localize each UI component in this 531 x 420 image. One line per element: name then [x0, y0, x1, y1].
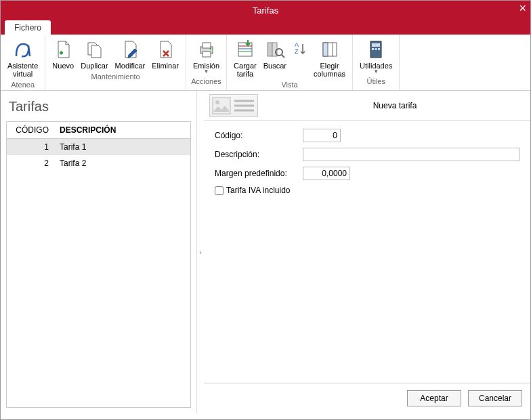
detail-form: Código: Descripción: Margen predefinido:…	[204, 121, 530, 209]
codigo-label: Código:	[215, 131, 303, 140]
titlebar: Tarifas ×	[1, 1, 530, 20]
footer: Aceptar Cancelar	[204, 383, 530, 413]
cell-code: 1	[7, 139, 54, 156]
btn-label: Modificar	[115, 62, 146, 70]
window-title: Tarifas	[1, 5, 530, 16]
margen-input[interactable]	[303, 167, 350, 180]
print-icon	[196, 39, 217, 60]
chevron-down-icon: ▼	[373, 68, 379, 75]
load-icon	[234, 39, 256, 60]
svg-rect-2	[203, 51, 211, 57]
sort-button[interactable]: AZ	[291, 37, 310, 62]
ribbon: Asistentevirtual Atenea Nuevo Duplicar	[1, 35, 530, 91]
page-title: Tarifas	[9, 99, 188, 114]
nuevo-button[interactable]: Nuevo	[49, 37, 77, 71]
close-icon[interactable]: ×	[519, 2, 526, 14]
delete-icon	[154, 39, 176, 60]
descripcion-label: Descripción:	[215, 150, 303, 159]
codigo-input[interactable]	[303, 129, 341, 142]
iva-checkbox[interactable]	[215, 186, 224, 195]
search-icon	[264, 39, 286, 60]
tabstrip: Fichero	[1, 20, 530, 35]
tarifas-grid[interactable]: CÓDIGO DESCRIPCIÓN 1Tarifa 12Tarifa 2	[6, 121, 191, 408]
modificar-button[interactable]: Modificar	[112, 37, 148, 71]
btn-label: Duplicar	[81, 62, 108, 70]
svg-rect-18	[372, 43, 380, 47]
svg-rect-15	[323, 43, 328, 56]
emision-button[interactable]: Emisión ▼	[190, 37, 222, 76]
btn-label: Buscar	[263, 62, 286, 70]
cell-desc: Tarifa 1	[54, 139, 190, 156]
duplicate-icon	[83, 39, 105, 60]
btn-label: Nuevo	[52, 62, 74, 70]
table-row[interactable]: 1Tarifa 1	[7, 139, 190, 156]
svg-rect-1	[203, 43, 211, 48]
edit-icon	[119, 39, 141, 60]
calculator-icon	[365, 39, 387, 60]
group-caption: Acciones	[190, 77, 222, 85]
asistente-virtual-button[interactable]: Asistentevirtual	[5, 37, 41, 79]
new-doc-icon	[52, 39, 74, 60]
detail-header: Nueva tarifa	[204, 91, 530, 121]
svg-text:Z: Z	[295, 48, 299, 55]
group-caption: Vista	[231, 81, 348, 89]
cell-code: 2	[7, 155, 54, 171]
col-descripcion[interactable]: DESCRIPCIÓN	[54, 122, 190, 139]
svg-text:A: A	[295, 41, 299, 48]
iva-label: Tarifa IVA incluido	[226, 186, 291, 195]
thumbnail-icon	[209, 94, 258, 117]
right-panel: Nueva tarifa Código: Descripción: Margen…	[204, 91, 530, 413]
duplicar-button[interactable]: Duplicar	[78, 37, 110, 71]
svg-rect-21	[378, 48, 380, 50]
alpha-icon	[12, 39, 34, 60]
left-panel: Tarifas CÓDIGO DESCRIPCIÓN 1Tarifa 12Tar…	[1, 91, 197, 413]
descripcion-input[interactable]	[303, 148, 519, 161]
splitter-handle[interactable]: ›	[197, 91, 204, 413]
margen-label: Margen predefinido:	[215, 169, 303, 178]
svg-line-11	[282, 55, 284, 58]
svg-rect-20	[375, 48, 377, 50]
group-caption: Atenea	[5, 81, 41, 89]
table-row[interactable]: 2Tarifa 2	[7, 155, 190, 171]
svg-point-23	[215, 100, 219, 104]
svg-rect-4	[238, 43, 252, 56]
elegir-columnas-button[interactable]: Elegircolumnas	[311, 37, 348, 79]
cargar-tarifa-button[interactable]: Cargartarifa	[231, 37, 259, 79]
detail-title: Nueva tarifa	[265, 101, 525, 110]
cancelar-button[interactable]: Cancelar	[468, 390, 522, 406]
svg-rect-19	[372, 48, 374, 50]
tab-fichero[interactable]: Fichero	[5, 20, 51, 35]
columns-icon	[319, 39, 341, 60]
aceptar-button[interactable]: Aceptar	[407, 390, 461, 406]
svg-rect-8	[268, 43, 272, 56]
buscar-button[interactable]: Buscar	[261, 37, 289, 71]
group-caption: Mantenimiento	[49, 72, 182, 81]
group-caption: Útiles	[357, 77, 395, 85]
svg-point-3	[209, 48, 211, 49]
col-codigo[interactable]: CÓDIGO	[7, 122, 54, 139]
chevron-down-icon: ▼	[204, 68, 209, 75]
utilidades-button[interactable]: Utilidades ▼	[357, 37, 395, 76]
sort-icon: AZ	[293, 39, 307, 60]
btn-label: Asistente	[7, 62, 38, 70]
content: Tarifas CÓDIGO DESCRIPCIÓN 1Tarifa 12Tar…	[1, 91, 530, 413]
btn-label: Eliminar	[152, 62, 179, 70]
cell-desc: Tarifa 2	[54, 155, 190, 171]
eliminar-button[interactable]: Eliminar	[149, 37, 182, 71]
